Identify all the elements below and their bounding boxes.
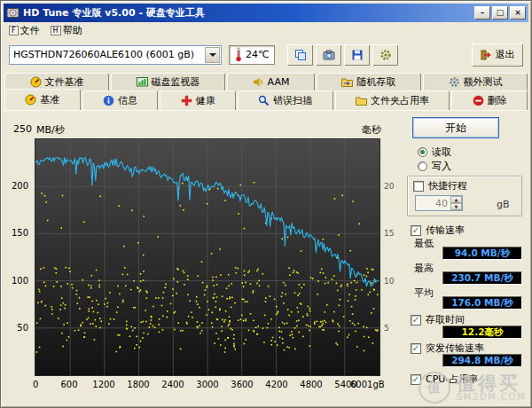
settings-button[interactable]	[372, 44, 398, 66]
spin-up-button[interactable]: ▲	[450, 196, 462, 203]
y-axis-left-ticks: 20015010050	[4, 138, 31, 376]
tab-label: 文件夹占用率	[371, 94, 429, 107]
read-radio[interactable]: 读取	[418, 145, 451, 159]
tab-disk-monitor[interactable]: 磁盘监视器	[111, 73, 225, 90]
tab-label: 健康	[196, 94, 215, 107]
shortstroke-label: 快捷行程	[428, 179, 467, 192]
save-button[interactable]	[344, 44, 370, 66]
window-title: HD Tune 专业版 v5.00 - 硬盘专业工具	[23, 6, 474, 20]
exit-icon	[481, 50, 491, 60]
exit-button[interactable]: 退出	[472, 43, 523, 67]
x-tick: 4200	[265, 380, 287, 389]
start-button[interactable]: 开始	[412, 117, 499, 138]
menu-file-label: 文件	[20, 24, 40, 37]
tab-row-bottom: 基准信息健康错误扫描文件夹占用率删除	[4, 90, 528, 110]
shortstroke-checkbox[interactable]: 快捷行程	[413, 179, 467, 192]
titlebar: HD Tune 专业版 v5.00 - 硬盘专业工具 – □ ×	[4, 4, 528, 22]
benchmark-page: 250 MB/秒 毫秒 20015010050 2015105 06001200…	[4, 110, 528, 404]
burst-rate-label: 突发传输速率	[426, 341, 484, 355]
shortstroke-input[interactable]: 40 ▲ ▼	[415, 195, 463, 211]
x-tick: 2400	[161, 380, 184, 389]
shortstroke-value: 40	[416, 196, 450, 210]
y-tick-right: 10	[384, 277, 394, 286]
cpu-usage-checkbox[interactable]: ✓ CPU-占用率	[411, 373, 478, 386]
tab-extra-tests[interactable]: 额外测试	[423, 73, 528, 90]
exit-label: 退出	[496, 48, 515, 61]
benchmark-icon	[25, 94, 36, 106]
thermometer-icon	[235, 47, 242, 62]
tab-label: 文件基准	[45, 75, 84, 89]
tab-label: 删除	[488, 94, 507, 107]
y-tick-right: 20	[384, 182, 394, 191]
disk-monitor-icon	[137, 76, 148, 88]
tab-file-benchmark[interactable]: 文件基准	[4, 73, 109, 90]
minimize-button[interactable]: –	[474, 6, 490, 20]
x-tick: 1800	[127, 380, 149, 389]
save-icon	[351, 49, 364, 61]
radio-dot	[418, 147, 427, 157]
write-radio[interactable]: 写入	[418, 160, 451, 173]
y-axis-right-unit: 毫秒	[362, 123, 381, 137]
chevron-down-icon	[209, 53, 216, 57]
x-tick: 4800	[300, 380, 322, 389]
maximize-button[interactable]: □	[492, 6, 508, 20]
aam-icon	[253, 76, 264, 88]
checkbox-box	[413, 181, 424, 192]
health-icon	[181, 95, 192, 106]
tab-label: AAM	[268, 76, 290, 88]
min-label: 最低	[414, 237, 434, 250]
file-benchmark-icon	[30, 76, 42, 88]
menu-help[interactable]: H 帮助	[47, 22, 90, 39]
max-value: 230.7 MB/秒	[442, 271, 522, 285]
avg-value: 176.0 MB/秒	[442, 296, 522, 310]
y-tick-left: 100	[12, 276, 28, 286]
tab-health[interactable]: 健康	[160, 90, 236, 110]
tab-folder-usage[interactable]: 文件夹占用率	[335, 90, 450, 110]
close-button[interactable]: ×	[510, 6, 526, 20]
x-tick: 6001gB	[350, 380, 385, 389]
control-panel: 开始 读取 写入 快捷行程 40 ▲ ▼	[395, 111, 528, 404]
tab-label: 错误扫描	[273, 94, 312, 107]
y-tick-right: 15	[384, 229, 394, 238]
tab-label: 随机存取	[356, 75, 395, 89]
checkbox-box: ✓	[411, 343, 421, 354]
menu-file-hotkey: F	[9, 26, 19, 35]
checkbox-box: ✓	[411, 315, 421, 326]
y-tick-right: 5	[384, 324, 389, 333]
tab-info[interactable]: 信息	[82, 90, 159, 110]
menu-help-label: 帮助	[63, 24, 82, 37]
max-label: 最高	[414, 262, 434, 275]
tab-benchmark[interactable]: 基准	[4, 89, 81, 110]
folder-usage-icon	[356, 95, 367, 106]
access-time-checkbox[interactable]: ✓ 存取时间	[411, 313, 465, 326]
drive-select-value: HGSTHDN726060ALE6100 (6001 gB)	[10, 49, 205, 60]
screenshot-button[interactable]	[316, 44, 341, 66]
tab-label: 基准	[40, 93, 59, 106]
burst-rate-checkbox[interactable]: ✓ 突发传输速率	[411, 341, 484, 355]
gear-icon	[379, 49, 392, 61]
transfer-rate-checkbox[interactable]: ✓ 传输速率	[411, 224, 465, 237]
burst-rate-value: 294.8 MB/秒	[442, 354, 522, 367]
access-time-label: 存取时间	[426, 313, 465, 326]
x-tick: 3600	[231, 380, 253, 389]
spinner: ▲ ▼	[450, 196, 462, 210]
copy-icon	[294, 49, 307, 61]
tab-error-scan[interactable]: 错误扫描	[238, 90, 333, 110]
x-tick: 600	[60, 380, 77, 389]
tab-random-access[interactable]: 随机存取	[317, 73, 421, 90]
write-label: 写入	[432, 160, 451, 173]
x-tick: 3000	[196, 380, 218, 389]
read-label: 读取	[432, 145, 451, 159]
menu-file[interactable]: F 文件	[5, 22, 47, 39]
drive-select[interactable]: HGSTHDN726060ALE6100 (6001 gB)	[9, 45, 222, 65]
access-time-value: 12.2毫秒	[442, 326, 522, 339]
tab-erase[interactable]: 删除	[451, 90, 528, 110]
x-tick: 1200	[92, 380, 114, 389]
checkbox-box: ✓	[411, 374, 421, 385]
min-value: 94.0 MB/秒	[442, 247, 522, 260]
tab-aam[interactable]: AAM	[227, 73, 315, 90]
info-icon	[103, 95, 114, 106]
drive-dropdown-button[interactable]	[205, 47, 220, 63]
copy-button[interactable]	[287, 44, 313, 66]
spin-down-button[interactable]: ▼	[450, 203, 462, 210]
